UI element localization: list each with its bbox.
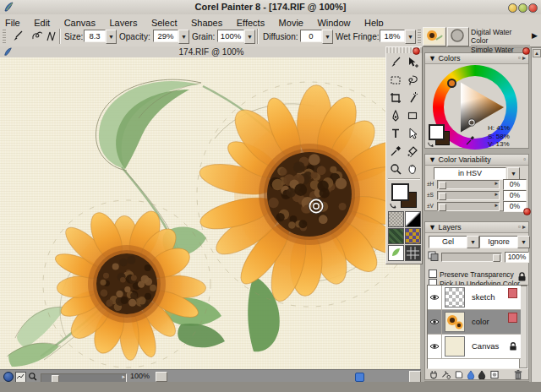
delete-layer-trash-icon[interactable] — [513, 369, 523, 380]
layer-row-color[interactable]: color — [428, 310, 521, 335]
canvas[interactable] — [0, 57, 420, 369]
brush-tool[interactable] — [387, 53, 404, 71]
front-color-swatch[interactable] — [391, 183, 409, 201]
magnifier-tool[interactable] — [387, 160, 404, 177]
layer-commands-icon[interactable] — [429, 370, 439, 379]
text-tool[interactable] — [387, 124, 404, 142]
wet-fringe-dropdown[interactable]: ▼ — [405, 30, 416, 44]
maximize-button[interactable] — [518, 3, 527, 13]
size-input[interactable]: 8.3 — [84, 30, 106, 42]
colors-front-swatch[interactable] — [429, 124, 445, 140]
layer-opacity-slider[interactable] — [441, 253, 502, 262]
brush-category-selector[interactable] — [423, 27, 446, 46]
zoom-stepper-button[interactable] — [156, 372, 167, 382]
new-liquid-ink-layer-icon[interactable] — [478, 370, 486, 379]
size-label: Size: — [64, 32, 83, 41]
resize-grip[interactable] — [409, 371, 421, 383]
paint-bucket-tool[interactable] — [404, 142, 421, 160]
size-dropdown[interactable]: ▼ — [106, 30, 117, 44]
look-selector[interactable] — [405, 245, 421, 261]
sat-variability-slider[interactable]: ▸ — [437, 191, 500, 200]
dock-close-icon[interactable] — [522, 47, 530, 55]
composite-depth-dropdown[interactable]: ▼ — [517, 236, 530, 248]
layer-list: sketch color Canvas — [427, 285, 528, 369]
sat-variability-value[interactable]: 0% — [503, 190, 527, 201]
visibility-eye-icon[interactable] — [428, 310, 442, 334]
shape-selector-tool[interactable] — [404, 124, 421, 142]
layer-opacity-value[interactable]: 100% — [505, 252, 529, 263]
title-bar: Corel Painter 8 - [174.RIF @ 100%] — [0, 0, 541, 15]
composite-method-dropdown[interactable]: ▼ — [467, 236, 479, 248]
propbar-grip[interactable] — [3, 29, 6, 43]
grain-dropdown[interactable]: ▼ — [244, 30, 255, 44]
divider — [388, 178, 420, 180]
minimize-button[interactable] — [508, 3, 517, 13]
colors-palette-header[interactable]: ▼ Colors ▫ ▸ — [425, 53, 528, 64]
lock-icon[interactable] — [516, 271, 527, 282]
brush-variant-selector[interactable] — [447, 27, 469, 46]
magic-wand-tool[interactable] — [404, 89, 421, 106]
layer-row-sketch[interactable]: sketch — [428, 286, 521, 310]
grain-input[interactable]: 100% — [217, 30, 244, 42]
palette-header-icons[interactable]: ▫ — [523, 155, 526, 165]
crop-tool[interactable] — [387, 89, 404, 106]
freehand-stroke-icon[interactable] — [30, 30, 44, 43]
diffusion-dropdown[interactable]: ▼ — [322, 30, 333, 44]
visibility-eye-icon[interactable] — [428, 286, 442, 309]
drawing-mode-icon[interactable] — [3, 372, 14, 382]
diffusion-input[interactable]: 0 — [300, 30, 322, 42]
weave-selector[interactable] — [405, 228, 421, 244]
toolbox-close-icon[interactable] — [413, 47, 420, 55]
brush-selector-menu-arrow[interactable]: ▶ — [532, 31, 538, 40]
pattern-selector[interactable] — [388, 228, 404, 244]
variability-mode-dropdown[interactable]: ▼ — [507, 167, 520, 180]
hue-variability-value[interactable]: 0% — [503, 179, 527, 190]
palette-header-icons[interactable]: ▫ ▸ — [518, 222, 526, 232]
layer-adjuster-tool[interactable] — [404, 53, 421, 71]
wet-fringe-input[interactable]: 18% — [380, 30, 405, 42]
palette-dock-scrollbar[interactable]: ▲ ▼ — [531, 47, 541, 392]
swap-colors-icon[interactable] — [427, 140, 434, 148]
document-title-bar[interactable]: 174.RIF @ 100% — [0, 46, 423, 58]
hue-variability-slider[interactable]: ▸ — [437, 180, 500, 189]
toolbox-title-strip[interactable] — [386, 47, 422, 53]
dynamic-plugins-icon[interactable] — [441, 370, 451, 379]
close-button[interactable] — [528, 3, 538, 13]
pen-tool[interactable] — [387, 106, 404, 124]
hue-marker[interactable] — [447, 79, 456, 88]
layer-row-canvas[interactable]: Canvas — [428, 335, 521, 359]
rect-select-tool[interactable] — [387, 71, 404, 89]
scrollbar-marker-icon[interactable] — [355, 373, 364, 382]
rect-shape-tool[interactable] — [404, 106, 421, 124]
toolbox-color-swatches[interactable] — [386, 181, 422, 211]
layer-name: sketch — [472, 292, 495, 302]
new-watercolor-layer-icon[interactable] — [467, 370, 475, 379]
opacity-input[interactable]: 29% — [153, 30, 178, 42]
paper-selector[interactable] — [388, 211, 404, 227]
palette-close-icon[interactable] — [523, 208, 531, 215]
composite-depth-select[interactable]: Ignore — [479, 236, 518, 248]
composite-method-select[interactable]: Gel — [429, 236, 467, 248]
scroll-up-icon[interactable]: ▲ — [533, 49, 541, 57]
dropper-tool[interactable] — [387, 142, 404, 160]
gradient-selector[interactable] — [405, 211, 421, 227]
straight-stroke-icon[interactable] — [44, 30, 57, 43]
swap-colors-icon[interactable] — [389, 201, 397, 210]
visibility-eye-icon[interactable] — [428, 335, 442, 358]
brush-variant-dab-icon — [448, 28, 467, 44]
brush-name-block[interactable]: Digital Water Color Simple Water — [471, 28, 530, 54]
color-variability-title: Color Variability — [438, 155, 490, 164]
zoom-icon[interactable] — [28, 372, 37, 381]
new-layer-icon[interactable] — [454, 370, 464, 379]
new-mask-icon[interactable] — [489, 370, 500, 379]
color-variability-header[interactable]: ▼ Color Variability ▫ — [425, 155, 528, 166]
val-variability-slider[interactable]: ▸ — [437, 202, 500, 211]
layers-palette-header[interactable]: ▼ Layers ▫ ▸ — [425, 222, 528, 233]
grabber-hand-tool[interactable] — [404, 160, 421, 177]
opacity-dropdown[interactable]: ▼ — [178, 30, 189, 44]
nozzle-selector[interactable] — [388, 245, 404, 261]
diffusion-label: Diffusion: — [263, 32, 298, 41]
brush-selector-grip[interactable] — [418, 29, 421, 43]
lasso-tool[interactable] — [404, 71, 421, 89]
variability-mode-select[interactable]: in HSV — [434, 167, 506, 180]
